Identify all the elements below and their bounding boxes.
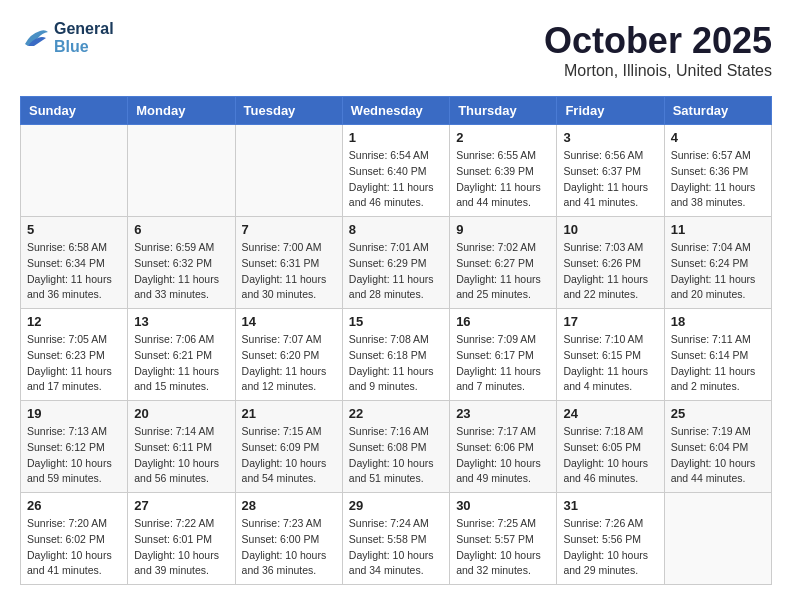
day-info: Sunrise: 7:02 AM Sunset: 6:27 PM Dayligh… — [456, 240, 550, 303]
calendar-cell: 15Sunrise: 7:08 AM Sunset: 6:18 PM Dayli… — [342, 309, 449, 401]
day-info: Sunrise: 7:11 AM Sunset: 6:14 PM Dayligh… — [671, 332, 765, 395]
calendar-cell: 21Sunrise: 7:15 AM Sunset: 6:09 PM Dayli… — [235, 401, 342, 493]
day-info: Sunrise: 7:06 AM Sunset: 6:21 PM Dayligh… — [134, 332, 228, 395]
day-info: Sunrise: 6:58 AM Sunset: 6:34 PM Dayligh… — [27, 240, 121, 303]
day-info: Sunrise: 7:05 AM Sunset: 6:23 PM Dayligh… — [27, 332, 121, 395]
day-number: 11 — [671, 222, 765, 237]
calendar-cell: 27Sunrise: 7:22 AM Sunset: 6:01 PM Dayli… — [128, 493, 235, 585]
day-info: Sunrise: 7:25 AM Sunset: 5:57 PM Dayligh… — [456, 516, 550, 579]
calendar-cell: 9Sunrise: 7:02 AM Sunset: 6:27 PM Daylig… — [450, 217, 557, 309]
day-number: 1 — [349, 130, 443, 145]
day-number: 29 — [349, 498, 443, 513]
day-header-wednesday: Wednesday — [342, 97, 449, 125]
day-header-friday: Friday — [557, 97, 664, 125]
page-header: General Blue October 2025 Morton, Illino… — [20, 20, 772, 80]
day-number: 10 — [563, 222, 657, 237]
day-info: Sunrise: 7:10 AM Sunset: 6:15 PM Dayligh… — [563, 332, 657, 395]
day-info: Sunrise: 7:09 AM Sunset: 6:17 PM Dayligh… — [456, 332, 550, 395]
day-number: 20 — [134, 406, 228, 421]
day-number: 13 — [134, 314, 228, 329]
day-number: 6 — [134, 222, 228, 237]
day-info: Sunrise: 7:19 AM Sunset: 6:04 PM Dayligh… — [671, 424, 765, 487]
logo-text: General Blue — [54, 20, 114, 56]
day-info: Sunrise: 7:18 AM Sunset: 6:05 PM Dayligh… — [563, 424, 657, 487]
calendar-cell: 1Sunrise: 6:54 AM Sunset: 6:40 PM Daylig… — [342, 125, 449, 217]
calendar-cell: 13Sunrise: 7:06 AM Sunset: 6:21 PM Dayli… — [128, 309, 235, 401]
day-number: 19 — [27, 406, 121, 421]
day-number: 18 — [671, 314, 765, 329]
location: Morton, Illinois, United States — [544, 62, 772, 80]
day-number: 16 — [456, 314, 550, 329]
day-number: 27 — [134, 498, 228, 513]
calendar-cell — [21, 125, 128, 217]
calendar-cell: 23Sunrise: 7:17 AM Sunset: 6:06 PM Dayli… — [450, 401, 557, 493]
calendar-cell: 29Sunrise: 7:24 AM Sunset: 5:58 PM Dayli… — [342, 493, 449, 585]
calendar-cell: 5Sunrise: 6:58 AM Sunset: 6:34 PM Daylig… — [21, 217, 128, 309]
calendar-cell: 24Sunrise: 7:18 AM Sunset: 6:05 PM Dayli… — [557, 401, 664, 493]
day-number: 22 — [349, 406, 443, 421]
day-info: Sunrise: 6:59 AM Sunset: 6:32 PM Dayligh… — [134, 240, 228, 303]
day-info: Sunrise: 7:08 AM Sunset: 6:18 PM Dayligh… — [349, 332, 443, 395]
calendar-header-row: SundayMondayTuesdayWednesdayThursdayFrid… — [21, 97, 772, 125]
calendar-cell: 8Sunrise: 7:01 AM Sunset: 6:29 PM Daylig… — [342, 217, 449, 309]
title-block: October 2025 Morton, Illinois, United St… — [544, 20, 772, 80]
calendar-cell: 19Sunrise: 7:13 AM Sunset: 6:12 PM Dayli… — [21, 401, 128, 493]
calendar-cell: 17Sunrise: 7:10 AM Sunset: 6:15 PM Dayli… — [557, 309, 664, 401]
day-number: 8 — [349, 222, 443, 237]
calendar-cell: 4Sunrise: 6:57 AM Sunset: 6:36 PM Daylig… — [664, 125, 771, 217]
calendar-cell: 22Sunrise: 7:16 AM Sunset: 6:08 PM Dayli… — [342, 401, 449, 493]
day-info: Sunrise: 6:55 AM Sunset: 6:39 PM Dayligh… — [456, 148, 550, 211]
calendar-cell: 3Sunrise: 6:56 AM Sunset: 6:37 PM Daylig… — [557, 125, 664, 217]
day-number: 30 — [456, 498, 550, 513]
calendar-cell: 12Sunrise: 7:05 AM Sunset: 6:23 PM Dayli… — [21, 309, 128, 401]
calendar-cell: 26Sunrise: 7:20 AM Sunset: 6:02 PM Dayli… — [21, 493, 128, 585]
day-info: Sunrise: 7:07 AM Sunset: 6:20 PM Dayligh… — [242, 332, 336, 395]
day-info: Sunrise: 7:26 AM Sunset: 5:56 PM Dayligh… — [563, 516, 657, 579]
day-info: Sunrise: 6:56 AM Sunset: 6:37 PM Dayligh… — [563, 148, 657, 211]
calendar-cell: 14Sunrise: 7:07 AM Sunset: 6:20 PM Dayli… — [235, 309, 342, 401]
calendar-week-row: 19Sunrise: 7:13 AM Sunset: 6:12 PM Dayli… — [21, 401, 772, 493]
day-info: Sunrise: 6:57 AM Sunset: 6:36 PM Dayligh… — [671, 148, 765, 211]
day-info: Sunrise: 7:00 AM Sunset: 6:31 PM Dayligh… — [242, 240, 336, 303]
day-header-saturday: Saturday — [664, 97, 771, 125]
day-info: Sunrise: 7:03 AM Sunset: 6:26 PM Dayligh… — [563, 240, 657, 303]
day-number: 5 — [27, 222, 121, 237]
month-title: October 2025 — [544, 20, 772, 62]
calendar-cell: 25Sunrise: 7:19 AM Sunset: 6:04 PM Dayli… — [664, 401, 771, 493]
day-header-monday: Monday — [128, 97, 235, 125]
day-number: 2 — [456, 130, 550, 145]
calendar-week-row: 1Sunrise: 6:54 AM Sunset: 6:40 PM Daylig… — [21, 125, 772, 217]
day-number: 23 — [456, 406, 550, 421]
calendar-cell: 30Sunrise: 7:25 AM Sunset: 5:57 PM Dayli… — [450, 493, 557, 585]
day-number: 31 — [563, 498, 657, 513]
calendar-cell: 7Sunrise: 7:00 AM Sunset: 6:31 PM Daylig… — [235, 217, 342, 309]
day-header-thursday: Thursday — [450, 97, 557, 125]
calendar-cell — [235, 125, 342, 217]
calendar-cell — [664, 493, 771, 585]
day-number: 28 — [242, 498, 336, 513]
calendar-table: SundayMondayTuesdayWednesdayThursdayFrid… — [20, 96, 772, 585]
day-info: Sunrise: 7:01 AM Sunset: 6:29 PM Dayligh… — [349, 240, 443, 303]
day-number: 3 — [563, 130, 657, 145]
day-info: Sunrise: 7:20 AM Sunset: 6:02 PM Dayligh… — [27, 516, 121, 579]
calendar-cell: 20Sunrise: 7:14 AM Sunset: 6:11 PM Dayli… — [128, 401, 235, 493]
calendar-cell: 31Sunrise: 7:26 AM Sunset: 5:56 PM Dayli… — [557, 493, 664, 585]
calendar-week-row: 5Sunrise: 6:58 AM Sunset: 6:34 PM Daylig… — [21, 217, 772, 309]
day-info: Sunrise: 7:22 AM Sunset: 6:01 PM Dayligh… — [134, 516, 228, 579]
calendar-cell: 10Sunrise: 7:03 AM Sunset: 6:26 PM Dayli… — [557, 217, 664, 309]
calendar-week-row: 12Sunrise: 7:05 AM Sunset: 6:23 PM Dayli… — [21, 309, 772, 401]
calendar-cell: 6Sunrise: 6:59 AM Sunset: 6:32 PM Daylig… — [128, 217, 235, 309]
calendar-cell: 11Sunrise: 7:04 AM Sunset: 6:24 PM Dayli… — [664, 217, 771, 309]
day-number: 9 — [456, 222, 550, 237]
day-info: Sunrise: 7:24 AM Sunset: 5:58 PM Dayligh… — [349, 516, 443, 579]
day-number: 17 — [563, 314, 657, 329]
day-number: 12 — [27, 314, 121, 329]
logo-icon — [20, 26, 50, 50]
logo: General Blue — [20, 20, 114, 56]
calendar-cell: 2Sunrise: 6:55 AM Sunset: 6:39 PM Daylig… — [450, 125, 557, 217]
day-number: 4 — [671, 130, 765, 145]
day-header-sunday: Sunday — [21, 97, 128, 125]
calendar-cell: 18Sunrise: 7:11 AM Sunset: 6:14 PM Dayli… — [664, 309, 771, 401]
day-number: 26 — [27, 498, 121, 513]
calendar-cell — [128, 125, 235, 217]
